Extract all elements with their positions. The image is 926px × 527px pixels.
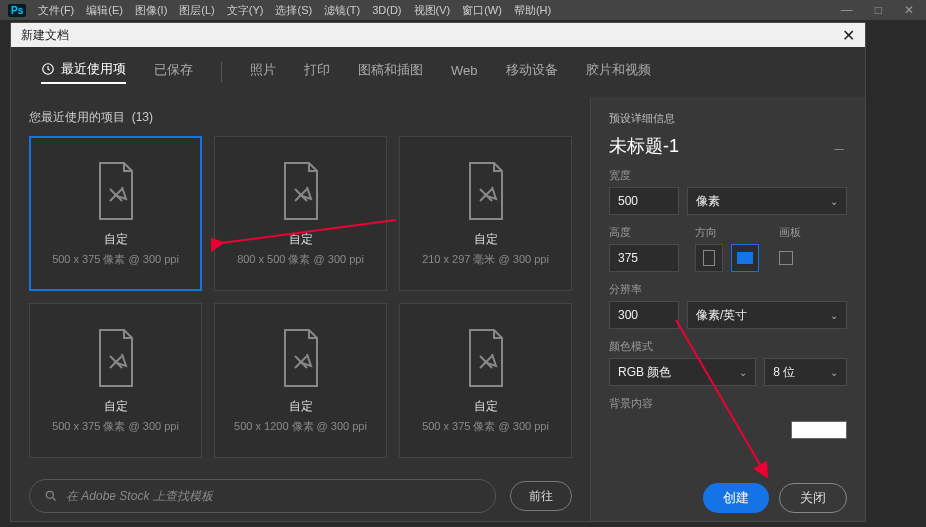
- dialog-title-text: 新建文档: [21, 27, 69, 44]
- bg-color-swatch[interactable]: [791, 421, 847, 439]
- preset-card-4[interactable]: 自定500 x 1200 像素 @ 300 ppi: [214, 303, 387, 458]
- chevron-down-icon: ⌄: [830, 367, 838, 378]
- preset-name: 自定: [474, 231, 498, 248]
- dialog-titlebar: 新建文档 ✕: [11, 23, 865, 47]
- res-label: 分辨率: [609, 282, 847, 297]
- chevron-down-icon: ⌄: [830, 310, 838, 321]
- preset-name: 自定: [474, 398, 498, 415]
- width-input[interactable]: [609, 187, 679, 215]
- width-label: 宽度: [609, 168, 847, 183]
- artboard-checkbox[interactable]: [779, 251, 793, 265]
- orientation-landscape[interactable]: [731, 244, 759, 272]
- category-tabs: 最近使用项 已保存 照片 打印 图稿和插图 Web 移动设备 胶片和视频: [11, 47, 865, 97]
- preset-name: 自定: [289, 398, 313, 415]
- tab-web[interactable]: Web: [451, 63, 478, 82]
- preset-meta: 500 x 375 像素 @ 300 ppi: [52, 252, 179, 267]
- preset-details-panel: 预设详细信息 未标题-1 宽度 像素⌄ 高度 方向: [590, 97, 865, 521]
- chevron-down-icon: ⌄: [830, 196, 838, 207]
- orientation-portrait[interactable]: [695, 244, 723, 272]
- new-document-dialog: 新建文档 ✕ 最近使用项 已保存 照片 打印 图稿和插图 Web 移动设备 胶片…: [10, 22, 866, 522]
- artboard-label: 画板: [779, 225, 847, 240]
- tab-mobile[interactable]: 移动设备: [506, 61, 558, 83]
- window-minimize-icon[interactable]: —: [841, 3, 853, 17]
- width-unit-select[interactable]: 像素⌄: [687, 187, 847, 215]
- app-menubar: Ps 文件(F) 编辑(E) 图像(I) 图层(L) 文字(Y) 选择(S) 滤…: [0, 0, 926, 20]
- preset-meta: 500 x 375 像素 @ 300 ppi: [52, 419, 179, 434]
- create-button[interactable]: 创建: [703, 483, 769, 513]
- menu-image[interactable]: 图像(I): [135, 3, 167, 18]
- resolution-input[interactable]: [609, 301, 679, 329]
- tab-photo[interactable]: 照片: [250, 61, 276, 83]
- svg-point-1: [46, 491, 53, 498]
- orient-label: 方向: [695, 225, 763, 240]
- tab-recent[interactable]: 最近使用项: [41, 60, 126, 84]
- menu-type[interactable]: 文字(Y): [227, 3, 264, 18]
- height-input[interactable]: [609, 244, 679, 272]
- tab-print[interactable]: 打印: [304, 61, 330, 83]
- menu-file[interactable]: 文件(F): [38, 3, 74, 18]
- color-mode-select[interactable]: RGB 颜色⌄: [609, 358, 756, 386]
- menu-3d[interactable]: 3D(D): [372, 4, 401, 16]
- preset-meta: 800 x 500 像素 @ 300 ppi: [237, 252, 364, 267]
- menu-layer[interactable]: 图层(L): [179, 3, 214, 18]
- menu-help[interactable]: 帮助(H): [514, 3, 551, 18]
- menu-select[interactable]: 选择(S): [275, 3, 312, 18]
- clock-icon: [41, 62, 55, 76]
- bg-label: 背景内容: [609, 396, 847, 411]
- height-label: 高度: [609, 225, 679, 240]
- menu-window[interactable]: 窗口(W): [462, 3, 502, 18]
- tab-saved[interactable]: 已保存: [154, 61, 193, 83]
- preset-area: 您最近使用的项目 (13) 自定500 x 375 像素 @ 300 ppi自定…: [11, 97, 590, 521]
- close-icon[interactable]: ✕: [842, 26, 855, 45]
- menu-filter[interactable]: 滤镜(T): [324, 3, 360, 18]
- stock-go-button[interactable]: 前往: [510, 481, 572, 511]
- menu-edit[interactable]: 编辑(E): [86, 3, 123, 18]
- search-icon: [44, 489, 58, 503]
- window-close-icon[interactable]: ✕: [904, 3, 914, 17]
- preset-name: 自定: [104, 398, 128, 415]
- color-label: 颜色模式: [609, 339, 847, 354]
- preset-name: 自定: [289, 231, 313, 248]
- stock-search-input[interactable]: 在 Adobe Stock 上查找模板: [29, 479, 496, 513]
- chevron-down-icon: ⌄: [739, 367, 747, 378]
- resolution-unit-select[interactable]: 像素/英寸⌄: [687, 301, 847, 329]
- preset-meta: 210 x 297 毫米 @ 300 ppi: [422, 252, 549, 267]
- recent-header: 您最近使用的项目 (13): [29, 109, 572, 126]
- panel-heading: 预设详细信息: [609, 111, 847, 126]
- close-button[interactable]: 关闭: [779, 483, 847, 513]
- window-maximize-icon[interactable]: □: [875, 3, 882, 17]
- preset-meta: 500 x 375 像素 @ 300 ppi: [422, 419, 549, 434]
- save-preset-icon[interactable]: [831, 139, 847, 153]
- preset-card-1[interactable]: 自定800 x 500 像素 @ 300 ppi: [214, 136, 387, 291]
- ps-logo: Ps: [8, 4, 26, 17]
- preset-card-0[interactable]: 自定500 x 375 像素 @ 300 ppi: [29, 136, 202, 291]
- tab-art[interactable]: 图稿和插图: [358, 61, 423, 83]
- tab-film[interactable]: 胶片和视频: [586, 61, 651, 83]
- preset-card-2[interactable]: 自定210 x 297 毫米 @ 300 ppi: [399, 136, 572, 291]
- doc-title-input[interactable]: 未标题-1: [609, 134, 679, 158]
- menu-view[interactable]: 视图(V): [414, 3, 451, 18]
- bit-depth-select[interactable]: 8 位⌄: [764, 358, 847, 386]
- preset-card-5[interactable]: 自定500 x 375 像素 @ 300 ppi: [399, 303, 572, 458]
- preset-meta: 500 x 1200 像素 @ 300 ppi: [234, 419, 367, 434]
- preset-card-3[interactable]: 自定500 x 375 像素 @ 300 ppi: [29, 303, 202, 458]
- preset-name: 自定: [104, 231, 128, 248]
